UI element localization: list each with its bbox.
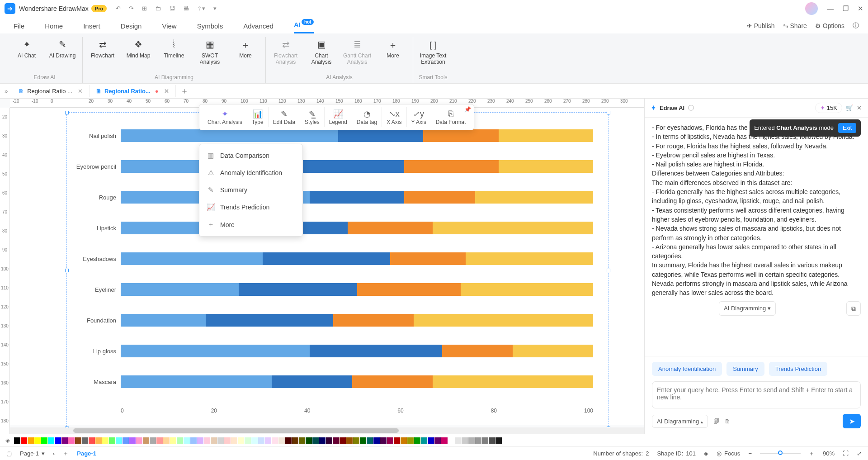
color-swatch[interactable] [448,437,454,444]
color-swatch[interactable] [495,437,502,444]
menu-advanced[interactable]: Advanced [243,22,274,33]
color-swatch[interactable] [258,437,264,444]
cart-icon[interactable]: 🛒 [846,104,853,111]
menu-insert[interactable]: Insert [83,22,100,33]
query-input[interactable] [652,381,861,408]
color-swatch[interactable] [421,437,427,444]
color-swatch[interactable] [380,437,387,444]
charttool-data-tag[interactable]: ◔Data tag [352,107,382,127]
color-swatch[interactable] [190,437,197,444]
new-button[interactable]: ⊞ [142,5,147,12]
charttool-y-axis[interactable]: ⤢yY Axis [407,107,431,127]
color-swatch[interactable] [75,437,81,444]
doc-tab[interactable]: 🗎Regional Ratio ...✕ [12,85,90,97]
horizontal-scrollbar[interactable] [10,427,644,434]
menu-file[interactable]: File [14,22,24,33]
color-swatch[interactable] [278,437,285,444]
chart[interactable]: FloridaTexasArizonaNevada Nail polishEye… [73,128,593,427]
color-swatch[interactable] [340,437,346,444]
color-swatch[interactable] [34,437,41,444]
color-swatch[interactable] [245,437,251,444]
color-swatch[interactable] [61,437,68,444]
pin-icon[interactable]: 📌 [464,106,471,113]
layers-icon[interactable]: ◈ [704,450,708,457]
focus-button[interactable]: ◎ Focus [717,450,740,457]
analysis-data-comparison[interactable]: ▥Data Comparison [199,147,302,164]
minimize-button[interactable]: — [827,5,834,12]
redo-button[interactable]: ↷ [129,5,134,12]
color-swatch[interactable] [401,437,407,444]
close-tab-icon[interactable]: ✕ [164,88,169,95]
zoom-in-button[interactable]: ＋ [809,450,815,458]
fullscreen-button[interactable]: ⤢ [857,450,862,457]
zoom-value[interactable]: 90% [823,450,835,457]
credits-badge[interactable]: ✦15K [815,103,842,113]
color-swatch[interactable] [407,437,414,444]
ribbon-swot-analysis[interactable]: ▦SWOT Analysis [195,37,224,66]
color-swatch[interactable] [353,437,359,444]
color-swatch[interactable] [360,437,366,444]
attach-icon[interactable]: 🗐 [713,418,719,425]
charttool-chart-analysis[interactable]: ✦Chart Analysis [203,107,247,127]
color-swatch[interactable] [184,437,190,444]
color-swatch[interactable] [41,437,47,444]
color-swatch[interactable] [89,437,95,444]
avatar[interactable] [805,2,818,15]
share-button[interactable]: ⇆ Share [783,22,807,29]
doc-icon[interactable]: 🗎 [725,418,731,425]
ribbon-ai-drawing[interactable]: ✎AI Drawing [48,37,77,59]
color-swatch[interactable] [231,437,237,444]
menu-symbols[interactable]: Symbols [197,22,223,33]
color-swatch[interactable] [14,437,20,444]
add-tab-button[interactable]: ＋ [180,85,189,96]
zoom-slider[interactable] [760,453,801,454]
charttool-styles[interactable]: ✎̲Styles [300,107,325,127]
doc-tab[interactable]: 🗎Regional Ratio...●✕ [90,85,176,97]
selection-handle[interactable] [607,269,610,272]
selection-handle[interactable] [65,269,69,272]
help-button[interactable]: ⓘ [853,22,859,30]
color-swatch[interactable] [170,437,176,444]
color-swatch[interactable] [224,437,231,444]
color-swatch[interactable] [238,437,244,444]
maximize-button[interactable]: ❐ [843,5,849,13]
color-swatch[interactable] [163,437,170,444]
color-swatch[interactable] [150,437,156,444]
ribbon-more[interactable]: ＋More [378,37,407,66]
undo-button[interactable]: ↶ [116,5,121,12]
charttool-edit-data[interactable]: ✎Edit Data [269,107,300,127]
color-swatch[interactable] [211,437,217,444]
expand-tabs-button[interactable]: » [5,88,8,95]
color-swatch[interactable] [468,437,475,444]
color-swatch[interactable] [414,437,420,444]
color-swatch[interactable] [441,437,448,444]
color-swatch[interactable] [204,437,210,444]
color-swatch[interactable] [102,437,108,444]
suggestion-summary[interactable]: Summary [726,362,764,376]
copy-output-button[interactable]: ⧉ [846,301,861,316]
color-swatch[interactable] [136,437,142,444]
print-button[interactable]: 🖶 [183,5,189,12]
ribbon-mind-map[interactable]: ❖Mind Map [124,37,153,66]
analysis-anomaly-identification[interactable]: ⚠Anomaly Identification [199,164,302,181]
add-page-button[interactable]: ＋ [63,450,69,458]
selection-handle[interactable] [65,111,69,114]
color-swatch[interactable] [428,437,434,444]
menu-home[interactable]: Home [45,22,63,33]
menu-view[interactable]: View [162,22,176,33]
color-swatch[interactable] [21,437,27,444]
suggestion-trends-prediction[interactable]: Trends Prediction [769,362,827,376]
ribbon-chart-analysis[interactable]: ▣Chart Analysis [307,37,336,66]
export-button[interactable]: ⇪▾ [197,5,205,12]
color-swatch[interactable] [489,437,495,444]
ai-diagramming-dropdown[interactable]: AI Diagramming ▾ [719,301,776,316]
ribbon-timeline[interactable]: ⦚Timeline [160,37,189,66]
color-swatch[interactable] [95,437,102,444]
color-swatch[interactable] [455,437,461,444]
color-swatch[interactable] [367,437,373,444]
close-tab-icon[interactable]: ✕ [78,88,83,95]
color-swatch[interactable] [333,437,339,444]
color-swatch[interactable] [116,437,122,444]
color-swatch[interactable] [346,437,353,444]
ribbon-ai-chat[interactable]: ✦AI Chat [12,37,41,59]
